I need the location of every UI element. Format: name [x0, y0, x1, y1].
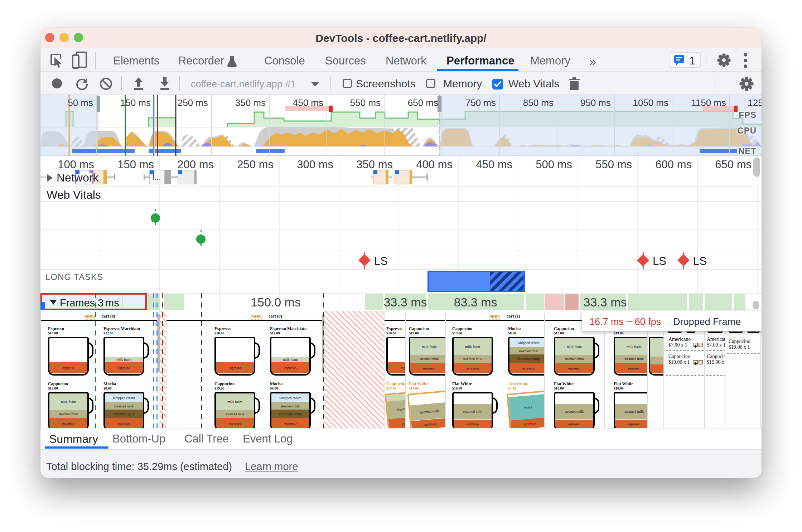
svg-text:350 ms: 350 ms — [235, 97, 266, 108]
svg-text:850 ms: 850 ms — [523, 97, 554, 108]
svg-text:450 ms: 450 ms — [293, 97, 323, 108]
svg-text:1250 ms: 1250 ms — [748, 97, 762, 108]
svg-text:550 ms: 550 ms — [350, 97, 381, 108]
svg-text:1050 ms: 1050 ms — [633, 97, 668, 108]
svg-text:50 ms: 50 ms — [68, 97, 93, 108]
svg-text:250 ms: 250 ms — [178, 97, 208, 108]
svg-text:650 ms: 650 ms — [408, 97, 438, 108]
svg-text:950 ms: 950 ms — [580, 97, 611, 108]
svg-text:750 ms: 750 ms — [465, 97, 496, 108]
svg-text:1150 ms: 1150 ms — [691, 97, 726, 108]
svg-text:150 ms: 150 ms — [120, 97, 151, 108]
